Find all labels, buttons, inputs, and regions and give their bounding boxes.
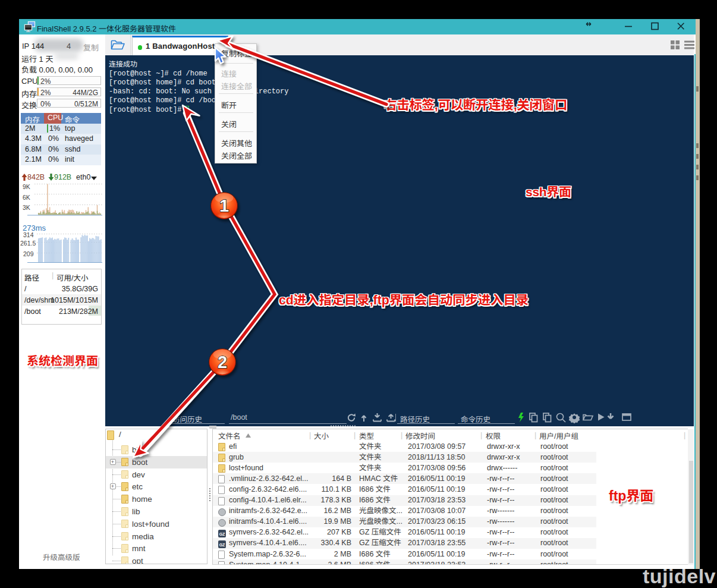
svg-text:314: 314 [23, 231, 34, 238]
svg-text:9K: 9K [23, 183, 30, 190]
svg-text:261.5: 261.5 [20, 240, 36, 247]
svg-text:209: 209 [23, 250, 34, 257]
svg-text:6K: 6K [23, 194, 30, 201]
svg-text:3K: 3K [23, 204, 30, 211]
